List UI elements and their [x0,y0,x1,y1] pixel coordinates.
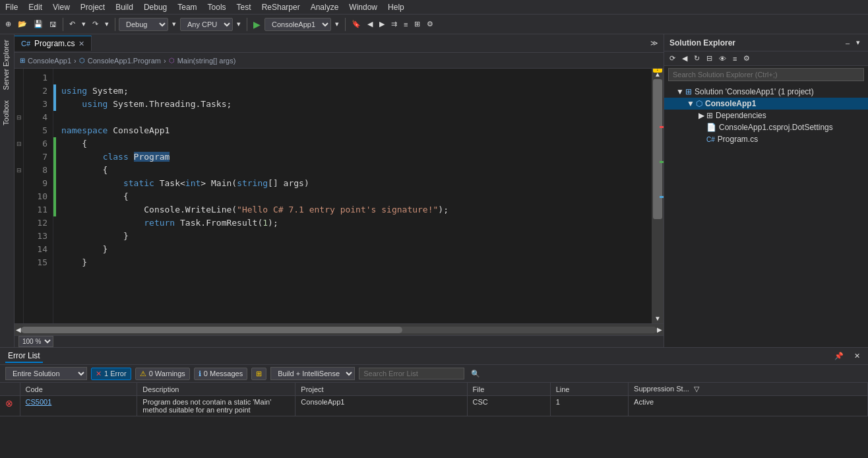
se-search-input[interactable] [668,68,864,81]
el-close-btn[interactable]: ✕ [852,350,863,362]
breadcrumb-method-dropdown[interactable]: Main(string[] args) [177,57,236,65]
tree-dependencies[interactable]: ▶ ⊞ Dependencies [664,110,868,121]
se-show-all-btn[interactable]: 👁 [716,53,729,64]
start-btn[interactable]: ▶ [251,18,263,31]
menu-analyze[interactable]: Analyze [305,1,344,13]
se-collapse-btn[interactable]: ⊟ [704,53,715,64]
settings-btn[interactable]: ⚙ [424,18,436,30]
scroll-down-btn[interactable]: ▼ [652,313,664,323]
expand-solution[interactable]: ▼ [675,87,685,96]
build-filter-dropdown[interactable]: Build + IntelliSense Build Only IntelliS… [270,367,355,380]
se-filter-btn[interactable]: ≡ [730,53,739,64]
program-cs-tab[interactable]: C# Program.cs ✕ [15,36,92,51]
col-severity[interactable] [0,383,20,396]
se-pin-btn[interactable]: ▾ [853,37,863,48]
undo-dropdown-btn[interactable]: ▾ [79,18,88,30]
menu-tools[interactable]: Tools [202,1,232,13]
menu-help[interactable]: Help [383,1,410,13]
tab-cs-icon: C# [21,40,30,48]
collapse-method-btn[interactable]: ⊟ [15,164,23,177]
toolbox-tab[interactable]: Toolbox [0,95,14,131]
menu-edit[interactable]: Edit [23,1,47,13]
menu-test[interactable]: Test [232,1,257,13]
breadcrumb-sep1: › [74,57,77,65]
breadcrumb-project-dropdown[interactable]: ConsoleApp1 [28,57,71,65]
nav3-btn[interactable]: ⇉ [388,18,400,30]
open-btn[interactable]: 📂 [15,18,30,30]
warning-badge[interactable]: ! [653,69,662,73]
col-suppression[interactable]: Suppression St... ▽ [629,383,868,396]
breadcrumb-class-dropdown[interactable]: ConsoleApp1.Program [88,57,161,65]
error-table: Code Description Project File Line Suppr… [0,383,868,458]
new-project-btn[interactable]: ⊕ [3,18,14,30]
el-pin-btn[interactable]: 📌 [832,350,846,362]
se-settings-btn[interactable]: ⚙ [741,53,753,64]
hscroll-thumb[interactable] [21,327,402,333]
code-content[interactable]: using System; using System.Threading.Tas… [56,69,652,323]
warning-filter-btn[interactable]: ⚠ 0 Warnings [135,368,190,380]
se-sync-btn[interactable]: ⟳ [667,53,678,64]
project-dropdown[interactable]: ConsoleApp1 [264,18,331,31]
collapse-class-btn[interactable]: ⊟ [15,137,23,150]
scope-dropdown[interactable]: Entire Solution Current Project Current … [5,367,87,380]
expand-project[interactable]: ▼ [685,99,696,108]
error-code-link[interactable]: CS5001 [26,398,52,406]
platform-dropdown-btn[interactable]: ▾ [234,18,243,30]
menu-resharper[interactable]: ReSharper [257,1,305,13]
new-tab-btn[interactable]: ≫ [648,38,661,49]
build-filter-btn[interactable]: ⊞ [251,368,266,380]
menu-view[interactable]: View [47,1,75,13]
col-code[interactable]: Code [20,383,137,396]
bookmark-btn[interactable]: 🔖 [349,18,363,30]
redo-btn[interactable]: ↷ [90,18,101,30]
hscroll-track[interactable] [21,327,657,333]
menu-debug[interactable]: Debug [139,1,172,13]
filter-icon[interactable]: ▽ [694,385,699,393]
hscroll-left-btn[interactable]: ◀ [16,326,21,333]
tree-solution[interactable]: ▼ ⊞ Solution 'ConsoleApp1' (1 project) [664,86,868,98]
menu-build[interactable]: Build [110,1,139,13]
tree-program-cs[interactable]: C# Program.cs [664,133,868,145]
col-description[interactable]: Description [137,383,295,396]
menu-file[interactable]: File [0,1,23,13]
project-dropdown-btn[interactable]: ▾ [332,18,342,30]
col-line[interactable]: Line [550,383,628,396]
save-btn[interactable]: 🖫 [47,19,59,30]
tree-project[interactable]: ▼ ⬡ ConsoleApp1 [664,98,868,110]
error-search-input[interactable] [359,368,464,379]
menu-window[interactable]: Window [344,1,383,13]
error-row-0[interactable]: ⊗ CS5001 Program does not contain a stat… [0,396,868,416]
error-filter-btn[interactable]: ✕ 1 Error [91,368,131,380]
redo-dropdown-btn[interactable]: ▾ [102,18,111,30]
save-all-btn[interactable]: 💾 [31,18,46,30]
change-margin [53,69,56,323]
scroll-thumb[interactable] [653,79,662,219]
align-btn[interactable]: ≡ [401,19,410,30]
info-filter-btn[interactable]: ℹ 0 Messages [194,368,247,380]
menu-project[interactable]: Project [75,1,110,13]
error-list-tab[interactable]: Error List [5,350,43,363]
col-file[interactable]: File [467,383,550,396]
se-refresh-btn[interactable]: ↻ [691,53,702,64]
error-search-btn[interactable]: 🔍 [468,368,483,379]
nav-back-btn[interactable]: ◀ [365,18,375,30]
server-explorer-tab[interactable]: Server Explorer [0,34,14,95]
tab-bar: C# Program.cs ✕ ≫ [15,34,664,53]
se-close-btn[interactable]: – [843,37,852,48]
se-back-btn[interactable]: ◀ [679,53,690,64]
debug-config-dropdown[interactable]: Debug Release [119,18,168,31]
align2-btn[interactable]: ⊞ [412,18,423,30]
menu-team[interactable]: Team [172,1,202,13]
config-dropdown-btn[interactable]: ▾ [170,18,179,30]
vertical-scrollbar[interactable]: ▲ ▼ ! [652,69,664,323]
hscroll-right-btn[interactable]: ▶ [657,326,662,333]
tab-close-btn[interactable]: ✕ [78,40,84,48]
zoom-dropdown[interactable]: 100 % 75 % 150 % [18,336,53,347]
tree-dotsettings[interactable]: 📄 ConsoleApp1.csproj.DotSettings [664,121,868,133]
collapse-ns-btn[interactable]: ⊟ [15,111,23,124]
nav-fwd-btn[interactable]: ▶ [377,18,387,30]
expand-dependencies[interactable]: ▶ [696,111,706,120]
undo-btn[interactable]: ↶ [67,18,78,30]
platform-dropdown[interactable]: Any CPU x86 x64 [180,18,233,31]
col-project[interactable]: Project [295,383,467,396]
